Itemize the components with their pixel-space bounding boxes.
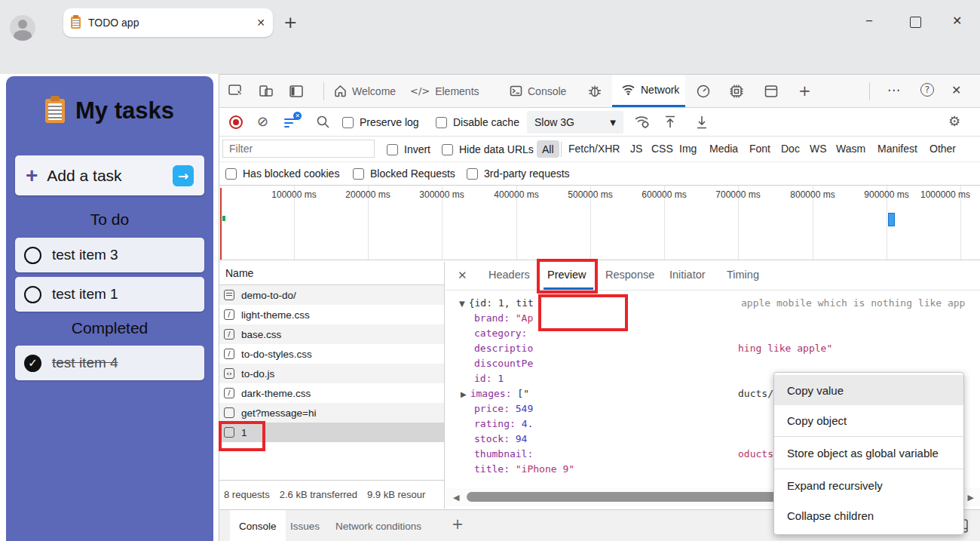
checkbox-icon[interactable]	[225, 168, 237, 180]
detail-close-icon[interactable]: ✕	[458, 269, 467, 282]
todo-item[interactable]: test item 1	[15, 277, 204, 312]
browser-tab[interactable]: TODO app ✕	[63, 8, 273, 37]
third-party-requests-checkbox[interactable]: 3rd-party requests	[467, 168, 570, 180]
scroll-left-icon[interactable]: ◀	[453, 493, 459, 503]
table-row[interactable]: / to-do-styles.css	[219, 344, 444, 364]
record-button[interactable]	[229, 115, 243, 129]
tab-elements[interactable]: </> Elements	[410, 75, 479, 107]
filter-type[interactable]: Fetch/XHR	[568, 143, 620, 155]
checkbox-icon[interactable]	[353, 168, 364, 180]
more-tabs-button[interactable]: +	[798, 81, 811, 100]
name-column-header[interactable]: Name	[225, 267, 253, 279]
filter-type-all[interactable]: All	[537, 140, 559, 158]
checkbox-icon[interactable]	[442, 144, 453, 155]
table-row[interactable]: demo-to-do/	[219, 285, 444, 305]
add-task-submit-button[interactable]: →	[173, 165, 194, 186]
throttling-dropdown[interactable]: Slow 3G ▼	[527, 111, 623, 134]
menu-item-collapse-children[interactable]: Collapse children	[774, 500, 963, 530]
window-maximize-button[interactable]	[910, 17, 921, 28]
help-icon[interactable]: ?	[920, 83, 934, 97]
tab-welcome[interactable]: Welcome	[334, 75, 396, 107]
tab-timing[interactable]: Timing	[727, 269, 759, 281]
window-minimize-button[interactable]: –	[865, 11, 873, 29]
filter-type[interactable]: WS	[810, 143, 827, 155]
avatar-person-icon	[18, 20, 27, 29]
drawer-tab-network-conditions[interactable]: Network conditions	[326, 510, 430, 541]
filter-icon[interactable]: ✕	[284, 116, 298, 130]
filter-type[interactable]: Img	[679, 143, 697, 155]
checked-circle-icon[interactable]: ✓	[24, 355, 41, 372]
menu-item-expand-recursively[interactable]: Expand recursively	[774, 470, 963, 500]
filter-input[interactable]	[222, 140, 375, 158]
search-icon[interactable]	[316, 115, 330, 129]
memory-icon[interactable]	[729, 84, 744, 99]
network-table-header[interactable]: Name	[219, 262, 445, 285]
table-row[interactable]: / light-theme.css	[219, 305, 444, 324]
tab-headers[interactable]: Headers	[488, 269, 530, 281]
new-tab-button[interactable]: +	[283, 17, 297, 29]
network-overview-timeline[interactable]: 100000 ms 200000 ms 300000 ms 400000 ms …	[219, 186, 980, 260]
table-row[interactable]: / dark-theme.css	[219, 383, 444, 403]
menu-item-copy-object[interactable]: Copy object	[774, 405, 963, 435]
export-har-icon[interactable]	[695, 115, 709, 130]
menu-item-copy-value[interactable]: Copy value	[774, 375, 963, 405]
devtools-close-icon[interactable]: ✕	[951, 83, 961, 97]
drawer-tab-issues[interactable]: Issues	[281, 510, 329, 541]
preserve-log-checkbox[interactable]: Preserve log	[342, 116, 419, 128]
tab-close-icon[interactable]: ✕	[256, 17, 265, 28]
checkbox-icon[interactable]	[436, 117, 447, 128]
filter-type[interactable]: Other	[929, 143, 956, 155]
invert-checkbox[interactable]: Invert	[387, 143, 430, 155]
scroll-right-icon[interactable]: ▶	[968, 493, 974, 503]
application-icon[interactable]	[764, 84, 779, 99]
network-conditions-icon[interactable]	[634, 115, 651, 130]
table-row[interactable]: / base.css	[219, 324, 444, 344]
table-row[interactable]: get?message=hi	[219, 403, 444, 423]
checkbox-icon[interactable]	[467, 168, 478, 180]
filter-type[interactable]: CSS	[651, 143, 673, 155]
collapse-arrow-icon[interactable]: ▶	[461, 390, 467, 398]
todo-item[interactable]: test item 3	[15, 238, 204, 272]
performance-icon[interactable]	[696, 84, 711, 99]
unchecked-circle-icon[interactable]	[24, 286, 41, 303]
expand-arrow-icon[interactable]: ▼	[459, 300, 465, 308]
json-root-line[interactable]: ▼{id: 1, tit	[459, 296, 534, 312]
dock-side-icon[interactable]	[289, 84, 304, 99]
table-row[interactable]: ‹› to-do.js	[219, 364, 444, 383]
filter-type[interactable]: Font	[749, 143, 770, 155]
filter-type[interactable]: Media	[709, 143, 738, 155]
filter-type[interactable]: Doc	[781, 143, 800, 155]
tab-initiator[interactable]: Initiator	[669, 269, 706, 281]
devtools-menu-icon[interactable]: ⋯	[887, 82, 900, 97]
checkbox-icon[interactable]	[387, 144, 398, 155]
tab-network[interactable]: Network	[612, 75, 685, 107]
hide-data-urls-checkbox[interactable]: Hide data URLs	[442, 143, 534, 155]
profile-avatar[interactable]	[10, 15, 35, 41]
drawer-more-tools-button[interactable]: +	[452, 515, 464, 532]
menu-item-store-global[interactable]: Store object as global variable	[774, 438, 963, 468]
completed-item[interactable]: ✓ test item 4	[15, 346, 204, 380]
checkbox-icon[interactable]	[342, 117, 354, 128]
tab-label: Network	[641, 84, 679, 96]
filter-type[interactable]: Wasm	[836, 143, 865, 155]
filter-type[interactable]: JS	[630, 143, 642, 155]
window-close-button[interactable]: ✕	[952, 14, 962, 28]
disable-cache-checkbox[interactable]: Disable cache	[436, 116, 519, 128]
add-task-field[interactable]: + Add a task →	[15, 155, 204, 195]
has-blocked-cookies-checkbox[interactable]: Has blocked cookies	[225, 168, 339, 180]
checkbox-label: Blocked Requests	[370, 168, 455, 180]
inspect-icon[interactable]	[228, 84, 243, 99]
tab-response[interactable]: Response	[605, 269, 654, 281]
tab-console[interactable]: Console	[510, 75, 566, 107]
json-row-expandable[interactable]: ▶images: ["	[461, 386, 529, 402]
json-row: id: 1	[474, 371, 504, 386]
filter-type[interactable]: Manifest	[877, 143, 917, 155]
drawer-tab-console[interactable]: Console	[230, 510, 286, 541]
bug-icon[interactable]	[587, 84, 602, 99]
device-toolbar-icon[interactable]	[259, 84, 274, 99]
network-settings-gear-icon[interactable]: ⚙	[948, 113, 960, 129]
blocked-requests-checkbox[interactable]: Blocked Requests	[353, 168, 455, 180]
import-har-icon[interactable]	[663, 115, 677, 130]
clear-icon[interactable]: ⊘	[257, 113, 268, 129]
unchecked-circle-icon[interactable]	[24, 247, 41, 264]
